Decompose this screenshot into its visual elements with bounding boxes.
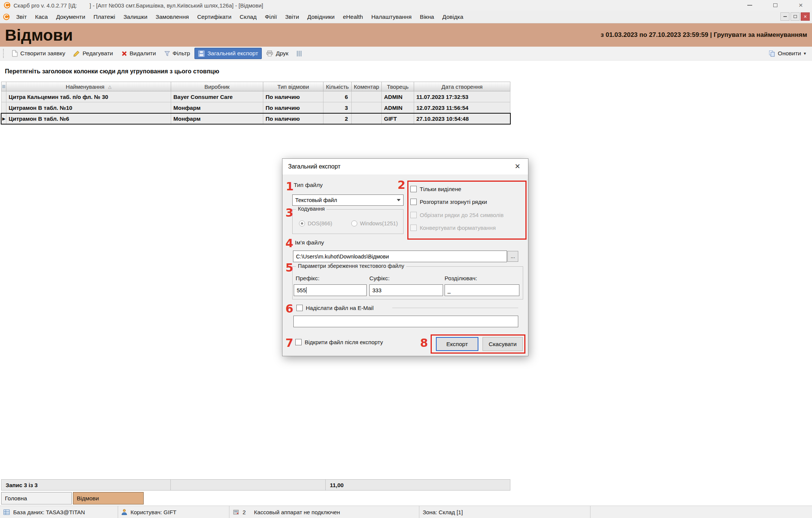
separator-label: Розділювач: (445, 275, 477, 282)
delete-button[interactable]: Видалити (118, 48, 160, 59)
create-request-button[interactable]: Створити заявку (8, 48, 69, 59)
refresh-button[interactable]: Оновити ▾ (769, 50, 806, 57)
dialog-close-button[interactable]: × (513, 161, 522, 171)
window-close-button[interactable]: × (798, 2, 804, 8)
mdi-close-button[interactable]: × (801, 12, 810, 21)
columns-layout-button[interactable] (293, 49, 305, 59)
menu-item-sklad[interactable]: Склад (235, 14, 261, 20)
column-header-created[interactable]: Дата створення (414, 82, 510, 91)
column-header-comment[interactable]: Коментар (352, 82, 382, 91)
cell-created: 11.07.2023 17:32:53 (414, 91, 510, 102)
export-dialog: Загальний експорт × Тип файлу Текстовый … (282, 158, 528, 356)
row-indicator (1, 91, 6, 102)
window-restore-button[interactable] (772, 2, 778, 8)
menu-item-dovidnyky[interactable]: Довідники (303, 14, 339, 20)
grid-footer: Запис 3 із 3 11,00 (1, 479, 510, 491)
menu-item-sertyfikaty[interactable]: Сертифікати (193, 14, 235, 20)
prefix-input[interactable]: 555 (294, 284, 367, 296)
column-header-label: Тип відмови (277, 84, 309, 90)
cell-name: Цитрамон В табл. №6 (6, 113, 171, 124)
cell-name: Цитра Кальцемин таб. п/о фл. № 30 (6, 91, 171, 102)
cell-producer: Bayer Consumer Care (171, 91, 263, 102)
title-bar: Скарб pro v. 4.0.2.77 [ІД: ] - [Апт №003… (0, 0, 812, 11)
table-row-selected[interactable]: ▶ Цитрамон В табл. №6 Монфарм По наличию… (1, 113, 510, 124)
cell-producer: Монфарм (171, 113, 263, 124)
menu-item-ehealth[interactable]: eHealth (339, 14, 367, 20)
radio-selected-icon (299, 220, 305, 226)
chevron-down-icon[interactable]: ▾ (804, 51, 806, 56)
suffix-input[interactable]: 333 (369, 284, 443, 296)
column-chooser-button[interactable] (1, 82, 6, 91)
column-header-label: Найменування (66, 84, 105, 90)
annotation-number-3: 3 (285, 207, 293, 219)
menu-item-zamovlennia[interactable]: Замовлення (152, 14, 193, 20)
browse-button[interactable]: ... (507, 251, 518, 262)
menu-item-kasa[interactable]: Каса (31, 14, 52, 20)
email-input[interactable] (293, 316, 518, 327)
column-header-name[interactable]: Найменування △ (6, 82, 171, 91)
print-button[interactable]: Друк (263, 48, 292, 59)
column-header-producer[interactable]: Виробник (171, 82, 263, 91)
annotation-number-2: 2 (398, 179, 405, 191)
menu-item-zvit[interactable]: Звіт (12, 14, 31, 20)
column-header-refusal-type[interactable]: Тип відмови (263, 82, 323, 91)
status-bar: База даних: TASA3@TITAN Користувач: GIFT… (0, 506, 812, 518)
file-name-input[interactable]: C:\Users\m.kuhot\Downloads\Відмови (293, 251, 507, 262)
minimize-icon (747, 5, 752, 6)
file-type-value: Текстовый файл (295, 197, 337, 203)
checkbox-send-email[interactable]: Надіслати файл на E-Mail (296, 305, 373, 311)
cell-comment (352, 102, 382, 113)
file-type-label: Тип файлу (294, 182, 323, 188)
annotation-rect-options (407, 181, 527, 240)
menu-item-nalashtuvannia[interactable]: Налаштування (367, 14, 416, 20)
cell-comment (352, 113, 382, 124)
checkbox-open-after-export[interactable]: Відкрити файл після експорту (295, 339, 383, 345)
annotation-number-7: 7 (285, 337, 293, 349)
table-row[interactable]: Цитра Кальцемин таб. п/о фл. № 30 Bayer … (1, 91, 510, 102)
menu-item-dokumenty[interactable]: Документи (52, 14, 89, 20)
filter-button[interactable]: Фільтр (161, 48, 194, 59)
tab-main[interactable]: Головна (1, 492, 72, 504)
checkbox-unchecked-icon (296, 305, 303, 311)
menu-item-filii[interactable]: Філії (261, 14, 281, 20)
menu-item-dovidka[interactable]: Довідка (438, 14, 467, 20)
tab-refusals[interactable]: Відмови (73, 492, 144, 504)
mdi-window-controls: × (780, 12, 810, 21)
prefix-value: 555 (297, 287, 306, 293)
bottom-tabs: Головна Відмови (1, 492, 144, 504)
menu-item-vikna[interactable]: Вікна (416, 14, 438, 20)
cell-refusal-type: По наличию (263, 102, 323, 113)
columns-icon (297, 51, 302, 56)
statusbar-zone: Зона: Склад [1] (419, 506, 590, 518)
table-row[interactable]: Цитрамон В табл. №10 Монфарм По наличию … (1, 102, 510, 113)
selected-row-arrow-icon: ▶ (2, 117, 5, 121)
separator-input[interactable]: _ (445, 284, 519, 296)
period-filter-label: з 01.03.2023 по 27.10.2023 23:59:59 | Гр… (601, 31, 807, 39)
general-export-button[interactable]: Загальний експорт (194, 48, 262, 59)
file-type-select[interactable]: Текстовый файл (292, 194, 404, 206)
menu-item-zalyshky[interactable]: Залишки (119, 14, 152, 20)
mdi-minimize-button[interactable] (780, 12, 789, 21)
window-minimize-button[interactable] (747, 2, 753, 8)
cell-created: 12.07.2023 11:56:54 (414, 102, 510, 113)
statusbar-database: База даних: TASA3@TITAN (0, 506, 118, 518)
database-icon (3, 509, 10, 515)
column-header-creator[interactable]: Творець (382, 82, 414, 91)
menu-item-zvity[interactable]: Звіти (281, 14, 303, 20)
mdi-restore-button[interactable] (791, 12, 800, 21)
cell-quantity: 2 (323, 113, 352, 124)
toolbar-grip (3, 49, 5, 58)
cell-name: Цитрамон В табл. №10 (6, 102, 171, 113)
edit-button[interactable]: Редагувати (70, 48, 117, 59)
separator-value: _ (448, 287, 451, 293)
chevron-down-icon (397, 199, 401, 201)
column-header-label: Коментар (354, 84, 379, 90)
restore-icon (773, 3, 777, 7)
window-title: Скарб pro v. 4.0.2.77 [ІД: ] - [Апт №003… (14, 2, 263, 9)
refresh-icon (769, 50, 775, 57)
menu-item-platezhi[interactable]: Платежі (90, 14, 120, 20)
dialog-title: Загальний експорт (288, 163, 340, 170)
column-header-quantity[interactable]: Кількість (323, 82, 352, 91)
annotation-number-6: 6 (285, 303, 293, 314)
footer-empty-cell (171, 479, 326, 491)
